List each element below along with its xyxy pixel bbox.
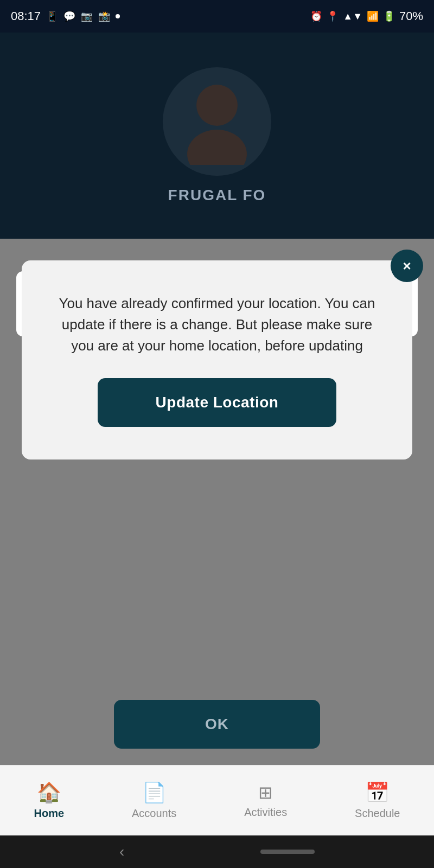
nav-label-activities: Activities [244,806,287,819]
status-bar-right: ⏰ 📍 ▲▼ 📶 🔋 70% [310,9,423,23]
profile-name: FRUGAL FO [168,187,266,204]
modal-close-button[interactable]: × [391,250,423,282]
avatar-silhouette [163,67,271,176]
nav-label-accounts: Accounts [132,807,176,820]
location-icon: 📍 [327,10,339,22]
alarm-icon: ⏰ [310,10,322,22]
nav-label-home: Home [34,807,64,820]
accounts-icon: 📄 [142,781,167,804]
nav-item-activities[interactable]: ⊞ Activities [244,782,287,819]
camera-icon: 📸 [98,10,110,22]
time-display: 08:17 [11,9,41,23]
home-icon: 🏠 [37,781,61,804]
update-location-button[interactable]: Update Location [98,378,336,427]
instagram-icon: 📷 [81,10,93,22]
modal-dialog: × You have already confirmed your locati… [22,260,412,459]
gray-background: FIELD OFFICER × You have already confirm… [0,239,434,868]
nav-item-schedule[interactable]: 📅 Schedule [355,781,400,820]
nav-item-home[interactable]: 🏠 Home [34,781,64,820]
signal-icon: 📶 [367,10,379,22]
schedule-icon: 📅 [365,781,390,804]
close-icon: × [403,258,411,275]
battery-level: 70% [399,9,423,23]
profile-header: FRUGAL FO [0,33,434,239]
bottom-navigation: 🏠 Home 📄 Accounts ⊞ Activities 📅 Schedul… [0,765,434,835]
status-bar-left: 08:17 📱 💬 📷 📸 [11,9,120,23]
avatar [163,67,271,176]
notification-dot [116,14,120,18]
battery-icon: 🔋 [383,10,395,22]
nav-label-schedule: Schedule [355,807,400,820]
status-bar: 08:17 📱 💬 📷 📸 ⏰ 📍 ▲▼ 📶 🔋 70% [0,0,434,33]
whatsapp-icon: 📱 [46,10,58,22]
modal-message: You have already confirmed your location… [49,293,385,356]
nav-item-accounts[interactable]: 📄 Accounts [132,781,176,820]
activities-icon: ⊞ [258,782,273,803]
svg-point-0 [196,85,238,126]
svg-point-1 [187,130,247,165]
message-icon: 💬 [63,10,75,22]
wifi-icon: ▲▼ [343,11,362,22]
